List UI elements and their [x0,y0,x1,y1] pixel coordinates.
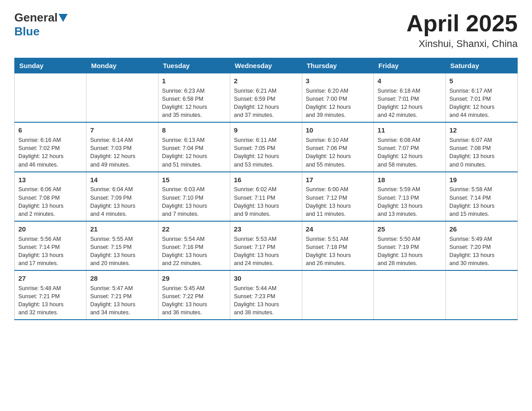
col-monday: Monday [86,58,158,73]
day-number: 16 [234,175,298,185]
day-info: Sunrise: 5:53 AMSunset: 7:17 PMDaylight:… [234,235,298,268]
calendar-cell: 17Sunrise: 6:00 AMSunset: 7:12 PMDayligh… [302,172,373,221]
col-saturday: Saturday [446,58,517,73]
day-info: Sunrise: 5:50 AMSunset: 7:19 PMDaylight:… [378,235,442,268]
day-info: Sunrise: 6:03 AMSunset: 7:10 PMDaylight:… [162,185,226,218]
day-number: 18 [378,175,442,185]
day-number: 15 [162,175,226,185]
calendar-cell: 19Sunrise: 5:58 AMSunset: 7:14 PMDayligh… [446,172,517,221]
day-number: 23 [234,224,298,234]
calendar-week-row: 27Sunrise: 5:48 AMSunset: 7:21 PMDayligh… [15,270,518,320]
title-block: April 2025 Xinshui, Shanxi, China [406,11,518,50]
calendar-cell: 3Sunrise: 6:20 AMSunset: 7:00 PMDaylight… [302,73,373,123]
calendar-cell [446,270,517,320]
day-info: Sunrise: 6:06 AMSunset: 7:08 PMDaylight:… [18,185,82,218]
day-number: 19 [450,175,514,185]
calendar-week-row: 20Sunrise: 5:56 AMSunset: 7:14 PMDayligh… [15,221,518,270]
calendar-cell [15,73,86,123]
calendar-cell: 15Sunrise: 6:03 AMSunset: 7:10 PMDayligh… [158,172,230,221]
calendar-cell [302,270,373,320]
calendar-cell: 8Sunrise: 6:13 AMSunset: 7:04 PMDaylight… [158,122,230,171]
day-number: 1 [162,76,226,86]
calendar-cell: 20Sunrise: 5:56 AMSunset: 7:14 PMDayligh… [15,221,86,270]
calendar-week-row: 1Sunrise: 6:23 AMSunset: 6:58 PMDaylight… [15,73,518,123]
day-info: Sunrise: 6:08 AMSunset: 7:07 PMDaylight:… [378,136,442,169]
day-number: 20 [18,224,82,234]
day-info: Sunrise: 6:11 AMSunset: 7:05 PMDaylight:… [234,136,298,169]
col-thursday: Thursday [302,58,373,73]
day-number: 8 [162,125,226,135]
day-info: Sunrise: 6:10 AMSunset: 7:06 PMDaylight:… [306,136,370,169]
day-info: Sunrise: 6:16 AMSunset: 7:02 PMDaylight:… [18,136,82,169]
logo-blue-text: Blue [14,25,39,38]
day-info: Sunrise: 5:51 AMSunset: 7:18 PMDaylight:… [306,235,370,268]
calendar-cell: 23Sunrise: 5:53 AMSunset: 7:17 PMDayligh… [230,221,302,270]
calendar-cell: 22Sunrise: 5:54 AMSunset: 7:16 PMDayligh… [158,221,230,270]
calendar-cell: 16Sunrise: 6:02 AMSunset: 7:11 PMDayligh… [230,172,302,221]
day-info: Sunrise: 5:54 AMSunset: 7:16 PMDaylight:… [162,235,226,268]
calendar-cell: 14Sunrise: 6:04 AMSunset: 7:09 PMDayligh… [86,172,158,221]
day-number: 6 [18,125,82,135]
col-wednesday: Wednesday [230,58,302,73]
day-number: 24 [306,224,370,234]
day-number: 30 [234,274,298,283]
day-number: 2 [234,76,298,86]
col-tuesday: Tuesday [158,58,230,73]
day-number: 5 [450,76,514,86]
day-info: Sunrise: 6:23 AMSunset: 6:58 PMDaylight:… [162,87,226,120]
calendar-title: April 2025 [406,11,518,36]
day-info: Sunrise: 6:02 AMSunset: 7:11 PMDaylight:… [234,185,298,218]
col-friday: Friday [374,58,446,73]
calendar-cell: 4Sunrise: 6:18 AMSunset: 7:01 PMDaylight… [374,73,446,123]
day-number: 26 [450,224,514,234]
calendar-cell: 12Sunrise: 6:07 AMSunset: 7:08 PMDayligh… [446,122,517,171]
calendar-cell: 6Sunrise: 6:16 AMSunset: 7:02 PMDaylight… [15,122,86,171]
calendar-cell [374,270,446,320]
day-number: 11 [378,125,442,135]
calendar-cell: 7Sunrise: 6:14 AMSunset: 7:03 PMDaylight… [86,122,158,171]
day-info: Sunrise: 6:20 AMSunset: 7:00 PMDaylight:… [306,87,370,120]
day-info: Sunrise: 5:59 AMSunset: 7:13 PMDaylight:… [378,185,442,218]
calendar-cell: 24Sunrise: 5:51 AMSunset: 7:18 PMDayligh… [302,221,373,270]
calendar-cell: 18Sunrise: 5:59 AMSunset: 7:13 PMDayligh… [374,172,446,221]
day-number: 9 [234,125,298,135]
calendar-cell: 25Sunrise: 5:50 AMSunset: 7:19 PMDayligh… [374,221,446,270]
day-number: 22 [162,224,226,234]
day-info: Sunrise: 6:00 AMSunset: 7:12 PMDaylight:… [306,185,370,218]
day-number: 27 [18,274,82,283]
day-number: 12 [450,125,514,135]
day-number: 7 [90,125,154,135]
day-info: Sunrise: 5:55 AMSunset: 7:15 PMDaylight:… [90,235,154,268]
calendar-cell: 9Sunrise: 6:11 AMSunset: 7:05 PMDaylight… [230,122,302,171]
calendar-table: Sunday Monday Tuesday Wednesday Thursday… [14,58,518,320]
day-info: Sunrise: 6:04 AMSunset: 7:09 PMDaylight:… [90,185,154,218]
day-number: 10 [306,125,370,135]
calendar-subtitle: Xinshui, Shanxi, China [406,38,518,50]
calendar-week-row: 6Sunrise: 6:16 AMSunset: 7:02 PMDaylight… [15,122,518,171]
day-number: 13 [18,175,82,185]
calendar-cell: 5Sunrise: 6:17 AMSunset: 7:01 PMDaylight… [446,73,517,123]
day-info: Sunrise: 5:49 AMSunset: 7:20 PMDaylight:… [450,235,514,268]
day-info: Sunrise: 6:14 AMSunset: 7:03 PMDaylight:… [90,136,154,169]
calendar-header-row: Sunday Monday Tuesday Wednesday Thursday… [15,58,518,73]
day-info: Sunrise: 5:56 AMSunset: 7:14 PMDaylight:… [18,235,82,268]
day-number: 14 [90,175,154,185]
calendar-cell: 21Sunrise: 5:55 AMSunset: 7:15 PMDayligh… [86,221,158,270]
day-info: Sunrise: 6:07 AMSunset: 7:08 PMDaylight:… [450,136,514,169]
calendar-cell: 13Sunrise: 6:06 AMSunset: 7:08 PMDayligh… [15,172,86,221]
day-number: 21 [90,224,154,234]
calendar-cell [86,73,158,123]
calendar-cell: 10Sunrise: 6:10 AMSunset: 7:06 PMDayligh… [302,122,373,171]
day-number: 17 [306,175,370,185]
day-number: 25 [378,224,442,234]
calendar-cell: 2Sunrise: 6:21 AMSunset: 6:59 PMDaylight… [230,73,302,123]
calendar-cell: 27Sunrise: 5:48 AMSunset: 7:21 PMDayligh… [15,270,86,320]
day-info: Sunrise: 6:17 AMSunset: 7:01 PMDaylight:… [450,87,514,120]
day-number: 4 [378,76,442,86]
day-info: Sunrise: 5:44 AMSunset: 7:23 PMDaylight:… [234,284,298,317]
day-number: 28 [90,274,154,283]
calendar-week-row: 13Sunrise: 6:06 AMSunset: 7:08 PMDayligh… [15,172,518,221]
calendar-cell: 29Sunrise: 5:45 AMSunset: 7:22 PMDayligh… [158,270,230,320]
calendar-cell: 28Sunrise: 5:47 AMSunset: 7:21 PMDayligh… [86,270,158,320]
day-info: Sunrise: 5:45 AMSunset: 7:22 PMDaylight:… [162,284,226,317]
